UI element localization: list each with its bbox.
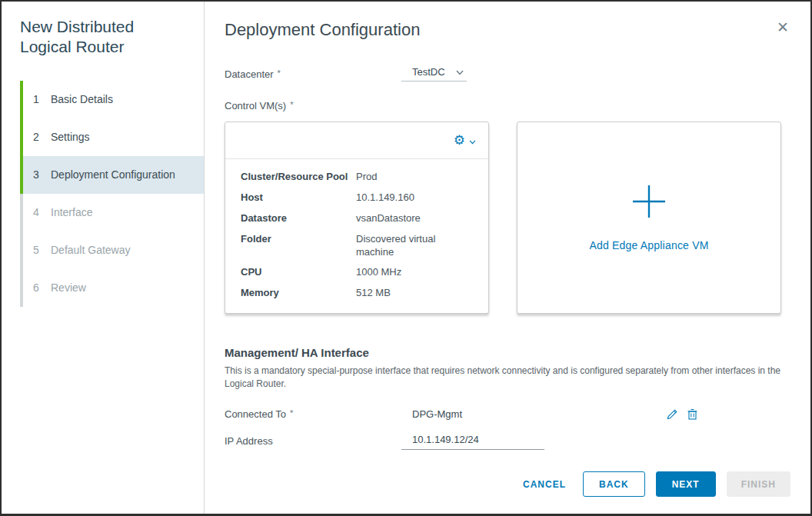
ip-address-row: IP Address bbox=[225, 432, 781, 450]
step-number: 3 bbox=[33, 168, 51, 181]
step-label: Interface bbox=[51, 206, 92, 218]
chevron-down-icon bbox=[456, 66, 464, 78]
sidebar-step-settings[interactable]: 2 Settings bbox=[20, 118, 204, 156]
vm-row-memory: Memory 512 MB bbox=[241, 287, 473, 300]
wizard-title: New Distributed Logical Router bbox=[20, 17, 178, 58]
edit-pencil-icon[interactable] bbox=[667, 408, 678, 420]
connected-to-label: Connected To* bbox=[225, 408, 401, 420]
step-number: 1 bbox=[33, 93, 51, 105]
required-asterisk: * bbox=[278, 68, 281, 78]
wizard-footer: CANCEL BACK NEXT FINISH bbox=[517, 471, 790, 497]
wizard-steps: 1 Basic Details 2 Settings 3 Deployment … bbox=[2, 81, 204, 307]
step-number: 6 bbox=[33, 281, 51, 294]
ip-address-input[interactable] bbox=[401, 432, 544, 450]
required-asterisk: * bbox=[290, 100, 293, 109]
cancel-button[interactable]: CANCEL bbox=[517, 471, 572, 497]
vm-card-toolbar: ⚙ bbox=[225, 122, 488, 159]
step-label: Basic Details bbox=[51, 93, 113, 105]
step-label: Default Gateway bbox=[51, 244, 131, 256]
management-ha-description: This is a mandatory special-purpose inte… bbox=[225, 365, 781, 391]
page-title: Deployment Configuration bbox=[225, 20, 781, 40]
vm-row-cluster: Cluster/Resource Pool Prod bbox=[241, 171, 473, 184]
step-label: Review bbox=[51, 281, 86, 294]
step-number: 5 bbox=[33, 244, 51, 256]
step-number: 2 bbox=[33, 131, 51, 143]
sidebar-step-default-gateway[interactable]: 5 Default Gateway bbox=[20, 231, 204, 269]
vm-row-folder: Folder Discovered virtual machine bbox=[241, 233, 473, 259]
close-icon[interactable]: ✕ bbox=[777, 20, 789, 35]
control-vms-row: Control VM(s)* bbox=[225, 100, 781, 112]
gear-icon[interactable]: ⚙ bbox=[454, 134, 465, 147]
vm-row-cpu: CPU 1000 MHz bbox=[241, 266, 473, 279]
connected-to-actions bbox=[667, 408, 697, 420]
control-vm-cards: ⚙ Cluster/Resource Pool Prod Host 10.1.1… bbox=[225, 122, 781, 314]
step-label: Deployment Configuration bbox=[51, 168, 175, 181]
delete-trash-icon[interactable] bbox=[687, 408, 697, 420]
datacenter-label: Datacenter* bbox=[225, 68, 401, 80]
next-button[interactable]: NEXT bbox=[656, 471, 716, 497]
ip-address-label: IP Address bbox=[225, 435, 401, 447]
sidebar-step-basic-details[interactable]: 1 Basic Details bbox=[20, 81, 204, 118]
finish-button[interactable]: FINISH bbox=[727, 471, 790, 497]
sidebar-step-interface[interactable]: 4 Interface bbox=[20, 194, 204, 231]
connected-to-row: Connected To* DPG-Mgmt bbox=[225, 408, 781, 420]
main-panel: Deployment Configuration ✕ Datacenter* T… bbox=[205, 2, 812, 514]
required-asterisk: * bbox=[290, 408, 293, 418]
back-button[interactable]: BACK bbox=[583, 471, 645, 497]
datacenter-select[interactable]: TestDC bbox=[401, 66, 467, 82]
wizard-window: New Distributed Logical Router 1 Basic D… bbox=[0, 0, 812, 516]
add-edge-appliance-vm-label: Add Edge Appliance VM bbox=[589, 239, 708, 251]
datacenter-row: Datacenter* TestDC bbox=[225, 66, 781, 82]
sidebar-step-review[interactable]: 6 Review bbox=[20, 269, 204, 307]
datacenter-selected-value: TestDC bbox=[412, 66, 445, 78]
control-vms-label: Control VM(s)* bbox=[225, 100, 401, 112]
add-edge-appliance-vm-card[interactable]: Add Edge Appliance VM bbox=[517, 122, 781, 314]
vm-row-host: Host 10.1.149.160 bbox=[241, 191, 473, 205]
management-ha-title: Management/ HA Interface bbox=[225, 346, 781, 359]
step-number: 4 bbox=[33, 206, 51, 218]
chevron-down-icon[interactable] bbox=[469, 134, 476, 148]
vm-detail-rows: Cluster/Resource Pool Prod Host 10.1.149… bbox=[225, 159, 488, 300]
plus-icon bbox=[631, 184, 667, 222]
step-label: Settings bbox=[51, 131, 90, 143]
vm-row-datastore: Datastore vsanDatastore bbox=[241, 212, 473, 225]
management-ha-section: Management/ HA Interface This is a manda… bbox=[225, 346, 781, 450]
connected-to-value: DPG-Mgmt bbox=[401, 408, 667, 420]
sidebar-step-deployment-configuration[interactable]: 3 Deployment Configuration bbox=[20, 156, 204, 194]
wizard-sidebar: New Distributed Logical Router 1 Basic D… bbox=[2, 2, 205, 514]
control-vm-card: ⚙ Cluster/Resource Pool Prod Host 10.1.1… bbox=[225, 122, 489, 314]
